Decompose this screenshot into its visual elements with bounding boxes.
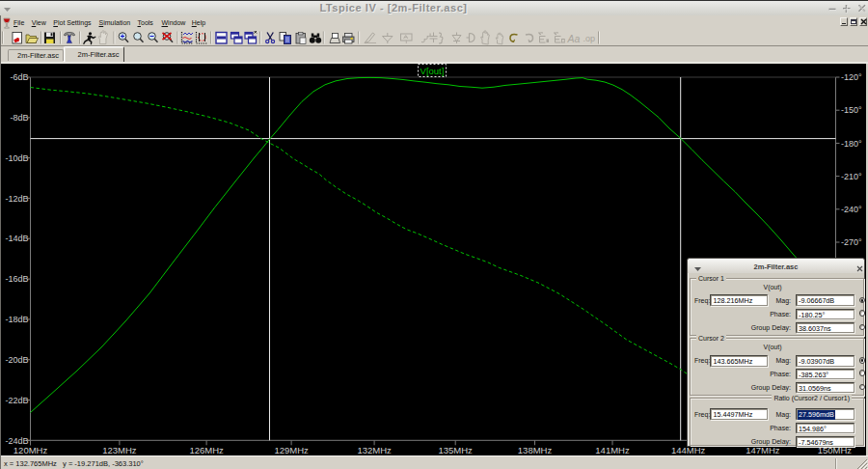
svg-text:-210°: -210° — [841, 172, 862, 181]
svg-text:-14dB: -14dB — [5, 234, 28, 243]
svg-text:-24dB: -24dB — [5, 436, 28, 446]
svg-text:.op: .op — [583, 34, 596, 43]
svg-text:-8dB: -8dB — [10, 113, 28, 123]
svg-text:-12dB: -12dB — [5, 194, 28, 204]
svg-text:138MHz: 138MHz — [518, 445, 553, 455]
svg-text:V[out]: V[out] — [420, 66, 445, 76]
svg-text:120MHz: 120MHz — [14, 445, 48, 455]
svg-text:141MHz: 141MHz — [595, 445, 630, 455]
svg-text:-10dB: -10dB — [5, 153, 28, 163]
svg-text:-20dB: -20dB — [5, 355, 28, 365]
svg-text:-120°: -120° — [841, 72, 862, 82]
svg-text:126MHz: 126MHz — [189, 445, 224, 455]
svg-text:123MHz: 123MHz — [102, 445, 137, 455]
svg-text:132MHz: 132MHz — [357, 445, 392, 455]
svg-text:-180°: -180° — [841, 139, 862, 149]
svg-text:-18dB: -18dB — [5, 315, 28, 324]
svg-text:-22dB: -22dB — [5, 396, 28, 405]
svg-text:-240°: -240° — [841, 205, 862, 214]
svg-text:Aa: Aa — [567, 33, 581, 44]
svg-text:135MHz: 135MHz — [439, 445, 474, 455]
svg-text:-16dB: -16dB — [5, 274, 28, 284]
svg-text:-150°: -150° — [841, 105, 862, 115]
svg-text:-6dB: -6dB — [10, 72, 28, 82]
svg-text:129MHz: 129MHz — [274, 445, 309, 455]
svg-text:-270°: -270° — [841, 237, 862, 247]
